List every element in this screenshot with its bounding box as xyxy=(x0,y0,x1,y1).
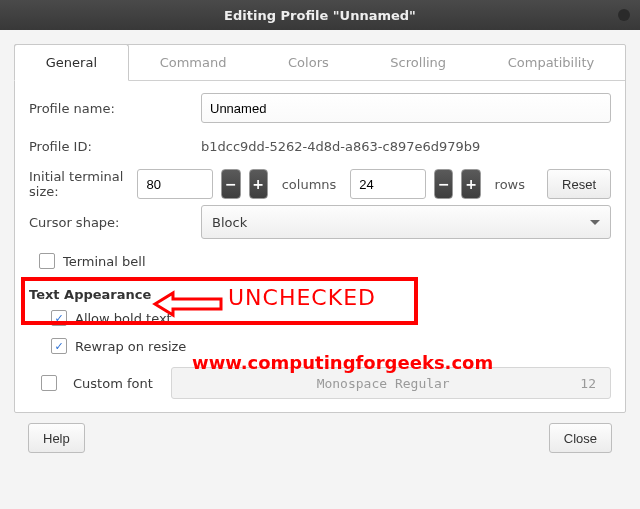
custom-font-size: 12 xyxy=(580,376,596,391)
rows-unit: rows xyxy=(489,177,531,192)
custom-font-name: Monospace Regular xyxy=(186,376,580,391)
titlebar: Editing Profile "Unnamed" xyxy=(0,0,640,30)
plus-icon: + xyxy=(252,176,264,192)
rows-increment-button[interactable]: + xyxy=(461,169,480,199)
profile-name-label: Profile name: xyxy=(29,101,193,116)
settings-panel: General Command Colors Scrolling Compati… xyxy=(14,44,626,413)
window-title: Editing Profile "Unnamed" xyxy=(224,8,416,23)
help-button[interactable]: Help xyxy=(28,423,85,453)
custom-font-label: Custom font xyxy=(73,376,163,391)
allow-bold-label: Allow bold text xyxy=(75,311,172,326)
terminal-bell-checkbox[interactable] xyxy=(39,253,55,269)
columns-unit: columns xyxy=(276,177,343,192)
rows-input[interactable] xyxy=(350,169,426,199)
tab-scrolling[interactable]: Scrolling xyxy=(360,45,477,80)
cursor-shape-label: Cursor shape: xyxy=(29,215,193,230)
tab-colors[interactable]: Colors xyxy=(257,45,359,80)
plus-icon: + xyxy=(465,176,477,192)
profile-id-label: Profile ID: xyxy=(29,139,193,154)
profile-name-input[interactable] xyxy=(201,93,611,123)
minus-icon: − xyxy=(225,176,237,192)
initial-size-label: Initial terminal size: xyxy=(29,169,129,199)
custom-font-checkbox[interactable] xyxy=(41,375,57,391)
tab-bar: General Command Colors Scrolling Compati… xyxy=(15,45,625,81)
reset-button[interactable]: Reset xyxy=(547,169,611,199)
rows-decrement-button[interactable]: − xyxy=(434,169,453,199)
rewrap-checkbox[interactable] xyxy=(51,338,67,354)
cursor-shape-value: Block xyxy=(212,215,247,230)
columns-input[interactable] xyxy=(137,169,213,199)
minus-icon: − xyxy=(438,176,450,192)
text-appearance-heading: Text Appearance xyxy=(29,281,611,304)
allow-bold-checkbox[interactable] xyxy=(51,310,67,326)
tab-compatibility[interactable]: Compatibility xyxy=(477,45,625,80)
tab-general[interactable]: General xyxy=(14,44,129,81)
rewrap-label: Rewrap on resize xyxy=(75,339,186,354)
close-button[interactable]: Close xyxy=(549,423,612,453)
tab-command[interactable]: Command xyxy=(129,45,257,80)
window-control-dot[interactable] xyxy=(618,9,630,21)
chevron-down-icon xyxy=(590,220,600,225)
columns-increment-button[interactable]: + xyxy=(249,169,268,199)
custom-font-button: Monospace Regular 12 xyxy=(171,367,611,399)
cursor-shape-select[interactable]: Block xyxy=(201,205,611,239)
profile-id-value: b1dcc9dd-5262-4d8d-a863-c897e6d979b9 xyxy=(201,139,480,154)
terminal-bell-label: Terminal bell xyxy=(63,254,146,269)
columns-decrement-button[interactable]: − xyxy=(221,169,240,199)
